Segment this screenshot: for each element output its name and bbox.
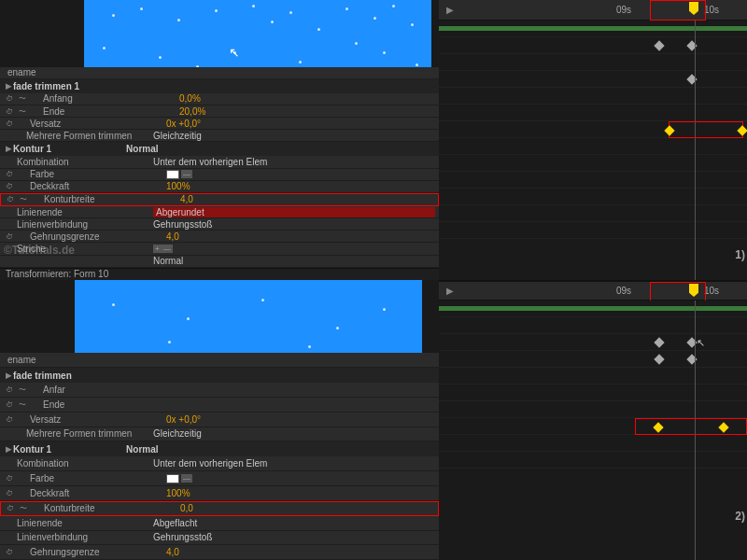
ende-label-bottom: Ende: [30, 399, 179, 410]
timeline-panel: ▶ 09s 10s: [439, 0, 747, 560]
plus-button[interactable]: +: [153, 245, 162, 253]
green-track-1: [439, 26, 747, 31]
deckkraft-label-bottom: Deckkraft: [17, 488, 166, 498]
wave-icon-ende: 〜: [17, 105, 28, 117]
tl-row-b-9: [439, 435, 747, 452]
left-panel: ↖ ename ▶ fade trimmen 1 ⏱ 〜 Anfang 0,0%: [0, 0, 439, 560]
color-swatch-bottom[interactable]: [166, 474, 179, 483]
deckkraft-value[interactable]: 100%: [166, 181, 435, 191]
vertical-timeline-line-bottom: [695, 301, 696, 560]
anfang-label-bottom: Anfar: [30, 385, 179, 395]
tl-row-10: [439, 172, 747, 189]
tl-row-b-2: [439, 317, 747, 334]
gehrungsgrenze-value[interactable]: 4,0: [166, 231, 435, 242]
striche-minus-btn[interactable]: —: [162, 245, 173, 253]
linienverbindung-value-bottom[interactable]: Gehrungsstoß: [153, 532, 435, 542]
timeline-marker-bottom[interactable]: [689, 284, 698, 297]
kontur-1-label: Kontur 1: [13, 144, 51, 154]
prop-row-linienende-2: Linienende Abgeflacht: [0, 516, 439, 531]
tl-row-8: [439, 138, 747, 155]
main-container: ↖ ename ▶ fade trimmen 1 ⏱ 〜 Anfang 0,0%: [0, 0, 747, 560]
gehrungsgrenze-label: Gehrungsgrenze: [17, 231, 166, 242]
linienverbindung-label-bottom: Linienverbindung: [4, 532, 153, 542]
vertical-timeline-line-top: [695, 21, 696, 280]
wave-icon-anfang-b: 〜: [17, 385, 28, 396]
anfang-value[interactable]: 0,0%: [179, 93, 435, 104]
timeline-expand-icon-b[interactable]: ▶: [446, 286, 454, 296]
cursor-icon-timeline: ↖: [697, 337, 705, 349]
stopwatch-icon-anfang-b: ⏱: [4, 385, 15, 396]
video-preview-top: ↖: [0, 0, 439, 67]
timeline-time-09s: 09s: [616, 5, 631, 15]
mehrere-formen-value[interactable]: Gleichzeitig: [153, 131, 435, 141]
tl-row-b-3: ↖: [439, 334, 747, 351]
mehrere-label-bottom: Mehrere Formen trimmen: [4, 428, 153, 439]
kontur-1-value: Normal: [126, 144, 158, 154]
fade-trimmen-bottom-label: fade trimmen: [13, 371, 72, 381]
linienende-value-2[interactable]: Abgeflacht: [153, 518, 435, 528]
tl-row-1: [439, 21, 747, 37]
tl-row-6: [439, 105, 747, 121]
diamond-b-3: [654, 354, 664, 364]
prop-row-linienverbindung: Linienverbindung Gehrungsstoß: [0, 218, 439, 231]
stopwatch-icon-deckkraft-b: ⏱: [4, 487, 15, 498]
diamond-1: [654, 40, 664, 50]
timeline-time-10s: 10s: [704, 5, 719, 15]
prop-row-konturbreite-2: ⏱ 〜 Konturbreite 0,0: [0, 501, 439, 516]
collapse-icon-bottom[interactable]: ▶: [6, 371, 11, 380]
linienverbindung-value[interactable]: Gehrungsstoß: [153, 219, 435, 230]
versatz-label-bottom: Versatz: [17, 414, 166, 425]
stopwatch-icon-farbe: ⏱: [4, 169, 15, 180]
timeline-marker-top[interactable]: [689, 2, 698, 15]
prop-row-deckkraft-bottom: ⏱ Deckkraft 100%: [0, 486, 439, 501]
deckkraft-value-bottom[interactable]: 100%: [166, 488, 435, 498]
linienende-value-1[interactable]: Abgerundet: [153, 207, 435, 217]
timeline-header-bottom: ▶ 09s 10s: [439, 280, 747, 301]
mehrere-value-bottom[interactable]: Gleichzeitig: [153, 428, 435, 439]
stopwatch-icon-konturbreite-b: ⏱: [5, 503, 16, 514]
deckkraft-label: Deckkraft: [17, 181, 166, 191]
prop-row-versatz-bottom: ⏱ Versatz 0x +0,0°: [0, 413, 439, 427]
green-track-bottom: [439, 306, 747, 311]
timeline-rows-bottom: ↖ 2): [439, 301, 747, 560]
prop-row-farbe: ⏱ Farbe —: [0, 169, 439, 181]
tl-row-7: [439, 121, 747, 138]
prop-row-gehrungsgrenze-bottom: ⏱ Gehrungsgrenze 4,0: [0, 545, 439, 560]
kombination-value-bottom[interactable]: Unter dem vorherigen Elem: [153, 458, 435, 469]
cursor-icon-top: ↖: [229, 45, 240, 60]
kombination-value[interactable]: Unter dem vorherigen Elem: [153, 157, 435, 167]
normal-value: Normal: [153, 256, 435, 266]
ende-value[interactable]: 20,0%: [179, 106, 435, 117]
name-label: ename: [4, 67, 153, 77]
minus-button[interactable]: —: [181, 170, 192, 178]
prop-row-anfang: ⏱ 〜 Anfang 0,0%: [0, 93, 439, 105]
prop-row-name-bottom: ename: [0, 353, 439, 368]
tl-row-4: [439, 71, 747, 88]
timeline-expand-icon[interactable]: ▶: [446, 5, 454, 15]
tl-row-b-1: [439, 301, 747, 317]
kombination-label-bottom: Kombination: [4, 458, 153, 469]
wave-icon-ende-b: 〜: [17, 399, 28, 410]
farbe-label: Farbe: [17, 169, 166, 179]
versatz-value-bottom[interactable]: 0x +0,0°: [166, 414, 435, 425]
collapse-icon-kontur-b[interactable]: ▶: [6, 445, 11, 454]
gehrungsgrenze-value-bottom[interactable]: 4,0: [166, 547, 435, 557]
konturbreite-label: Konturbreite: [31, 194, 180, 204]
name-label-bottom: ename: [4, 355, 153, 365]
prop-row-konturbreite-1: ⏱ 〜 Konturbreite 4,0: [0, 193, 439, 206]
collapse-icon-kontur[interactable]: ▶: [6, 145, 11, 153]
minus-button-bottom[interactable]: —: [181, 474, 192, 483]
color-swatch[interactable]: [166, 170, 179, 179]
transform-bar-1: Transformieren: Form 10: [0, 268, 439, 280]
tl-row-5: [439, 88, 747, 105]
konturbreite-value-1[interactable]: 4,0: [180, 194, 434, 204]
collapse-icon-1[interactable]: ▶: [6, 82, 11, 91]
watermark: ©Tutorials.de: [0, 244, 75, 257]
versatz-label: Versatz: [17, 119, 166, 129]
wave-icon-anfang: 〜: [17, 93, 28, 105]
stopwatch-icon-ende: ⏱: [4, 105, 15, 117]
konturbreite-value-2[interactable]: 0,0: [180, 503, 434, 513]
wave-icon-konturbreite: 〜: [18, 194, 29, 205]
versatz-value[interactable]: 0x +0,0°: [166, 119, 435, 129]
timeline-time-09s-b: 09s: [616, 286, 631, 296]
